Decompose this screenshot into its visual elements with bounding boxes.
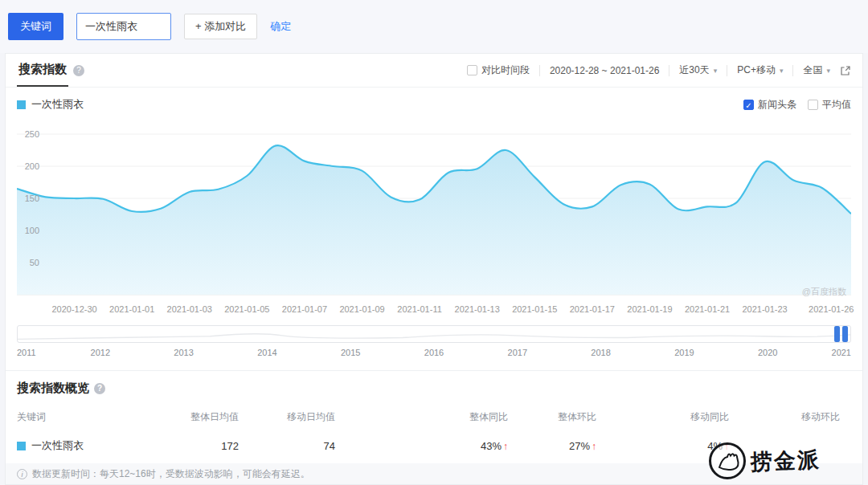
timeline-sparkline (18, 326, 850, 342)
news-headline-checkbox[interactable]: ✓ (743, 100, 754, 110)
x-axis-label: 2021-01-03 (167, 304, 212, 314)
legend-row: 一次性雨衣 ✓ 新闻头条 平均值 (6, 88, 862, 115)
timeline-year: 2013 (174, 348, 193, 357)
external-link-icon[interactable] (840, 65, 851, 76)
average-label: 平均值 (822, 98, 851, 112)
timeline-handle[interactable] (834, 326, 848, 342)
divider (539, 65, 540, 76)
watermark-text: 捞金派 (750, 445, 821, 476)
legend-label: 一次性雨衣 (31, 97, 84, 112)
chevron-down-icon: ▾ (780, 67, 784, 75)
legend-color-swatch (17, 100, 26, 109)
compare-period-checkbox[interactable] (467, 65, 477, 75)
region-select-value: 全国 (803, 63, 822, 77)
timeline-year: 2015 (341, 348, 360, 357)
svg-text:100: 100 (25, 226, 39, 235)
compare-period-label: 对比时间段 (481, 63, 530, 77)
row-keyword: 一次性雨衣 (31, 438, 84, 453)
tab-search-index[interactable]: 搜索指数 (17, 54, 68, 87)
device-select-value: PC+移动 (737, 63, 776, 77)
up-arrow-icon: ↑ (592, 441, 596, 452)
device-select[interactable]: PC+移动 ▾ (737, 63, 783, 77)
x-axis-label: 2021-01-21 (685, 304, 730, 314)
keyword-input[interactable] (76, 13, 171, 40)
news-headline-label: 新闻头条 (758, 98, 796, 112)
region-select[interactable]: 全国 ▾ (803, 63, 830, 77)
svg-text:250: 250 (25, 129, 39, 139)
keyword-button[interactable]: 关键词 (8, 13, 63, 40)
timeline-year: 2018 (591, 348, 610, 357)
x-axis-label: 2021-01-11 (397, 304, 441, 314)
timeline-track[interactable] (17, 325, 851, 343)
svg-text:200: 200 (25, 161, 39, 171)
x-axis-label: 2021-01-01 (109, 304, 154, 314)
timeline-year: 2017 (508, 348, 527, 357)
cell-overall-yoy: 43%↑ (346, 440, 519, 452)
column-header: 移动同比 (608, 410, 740, 424)
timeline-year: 2012 (91, 348, 110, 357)
confirm-link[interactable]: 确定 (270, 19, 291, 34)
timeline-years: 2011201220132014201520162017201820192020… (17, 348, 851, 361)
x-axis-label: 2021-01-13 (455, 304, 500, 314)
note-text: 数据更新时间：每天12~16时，受数据波动影响，可能会有延迟。 (32, 467, 310, 481)
help-icon[interactable]: ? (73, 65, 84, 76)
svg-text:150: 150 (25, 194, 39, 203)
up-arrow-icon: ↑ (503, 441, 508, 452)
divider (669, 65, 669, 76)
column-header: 移动环比 (740, 410, 851, 424)
column-header: 整体环比 (519, 410, 608, 424)
timeline-year: 2011 (17, 348, 36, 357)
column-header: 移动日均值 (250, 410, 346, 424)
column-header: 整体日均值 (186, 410, 250, 424)
divider (727, 65, 727, 76)
x-axis-label: 2021-01-09 (339, 304, 384, 314)
timeline-year: 2014 (257, 348, 276, 357)
column-header: 关键词 (17, 410, 186, 424)
search-index-chart[interactable]: 50100150200250 (17, 116, 851, 301)
hand-logo-icon (709, 442, 746, 479)
baidu-index-watermark: @百度指数 (802, 286, 846, 298)
cell-overall-daily: 172 (186, 440, 250, 452)
x-axis-label: 2021-01-05 (224, 304, 269, 314)
row-color-swatch (17, 442, 26, 450)
divider (792, 65, 793, 76)
timeline-year: 2019 (674, 348, 694, 357)
x-axis-label: 2021-01-17 (570, 304, 615, 314)
average-toggle[interactable]: 平均值 (808, 98, 851, 112)
timeline-year: 2021 (832, 348, 851, 357)
x-axis-label: 2021-01-23 (742, 304, 787, 314)
panel-header: 搜索指数 ? 对比时间段 2020-12-28 ~ 2021-01-26 近30… (6, 54, 862, 88)
top-toolbar: 关键词 + 添加对比 确定 (0, 0, 868, 53)
series-legend: 一次性雨衣 (17, 97, 84, 112)
date-range-picker[interactable]: 2020-12-28 ~ 2021-01-26 (550, 65, 659, 76)
laojinpai-watermark: 捞金派 (709, 442, 821, 479)
x-axis-label: 2021-01-07 (282, 304, 327, 314)
chevron-down-icon: ▾ (826, 67, 830, 75)
timeline-slider: 2011201220132014201520162017201820192020… (17, 325, 851, 361)
chevron-down-icon: ▾ (714, 67, 718, 75)
news-headline-toggle[interactable]: ✓ 新闻头条 (743, 98, 796, 112)
add-compare-button[interactable]: + 添加对比 (184, 14, 257, 39)
x-axis-label: 2021-01-19 (627, 304, 672, 314)
average-checkbox[interactable] (808, 100, 818, 110)
date-range-value: 2020-12-28 ~ 2021-01-26 (550, 65, 659, 76)
overview-title: 搜索指数概览 (17, 381, 89, 396)
table-header-row: 关键词整体日均值移动日均值整体同比整体环比移动同比移动环比 (17, 404, 851, 430)
info-icon: i (17, 469, 27, 479)
timeline-year: 2016 (424, 348, 444, 357)
column-header: 整体同比 (346, 410, 519, 424)
compare-period-control[interactable]: 对比时间段 (467, 63, 530, 77)
x-axis-label: 2021-01-15 (512, 304, 557, 314)
range-select[interactable]: 近30天 ▾ (679, 63, 717, 77)
help-icon[interactable]: ? (94, 383, 105, 394)
search-index-panel: 搜索指数 ? 对比时间段 2020-12-28 ~ 2021-01-26 近30… (5, 53, 863, 485)
x-axis: 2020-12-302021-01-012021-01-032021-01-05… (17, 303, 851, 317)
timeline-year: 2020 (758, 348, 777, 357)
chart-area: 50100150200250 2020-12-302021-01-012021-… (17, 116, 851, 319)
x-axis-label: 2020-12-30 (51, 304, 96, 314)
cell-overall-mom: 27%↑ (519, 440, 608, 452)
x-axis-label: 2021-01-26 (809, 304, 854, 314)
range-select-value: 近30天 (679, 63, 709, 77)
svg-text:50: 50 (30, 258, 39, 267)
cell-mobile-daily: 74 (250, 440, 346, 452)
